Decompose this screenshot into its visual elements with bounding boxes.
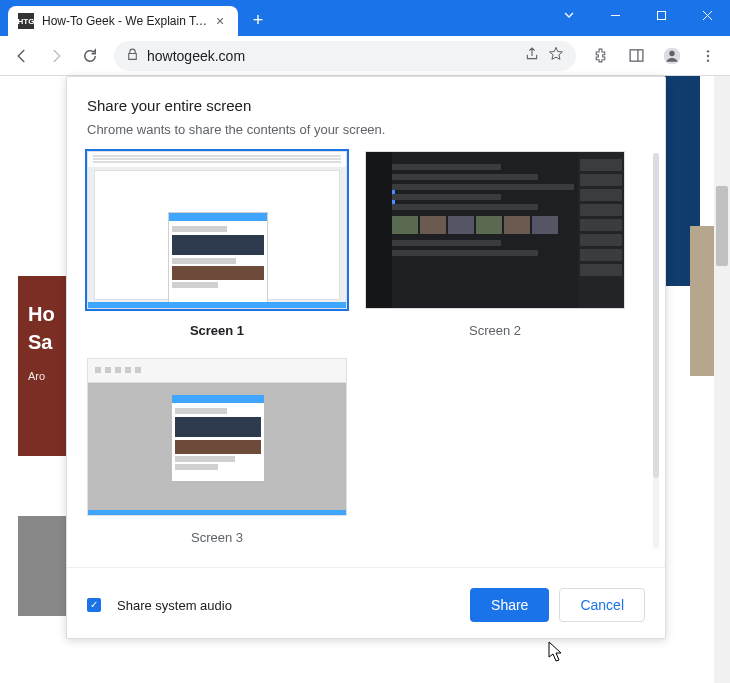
favicon-icon: HTG [18, 13, 34, 29]
browser-scrollbar-thumb[interactable] [716, 186, 728, 266]
back-button[interactable] [6, 40, 38, 72]
menu-icon[interactable] [692, 40, 724, 72]
svg-point-6 [707, 54, 709, 56]
dialog-subtitle: Chrome wants to share the contents of yo… [67, 122, 665, 151]
page-hero-card: Ho Sa Aro [18, 276, 68, 456]
dialog-title: Share your entire screen [67, 97, 665, 122]
screen-list: Screen 1 [87, 151, 645, 551]
hero-subtitle: Aro [28, 370, 58, 382]
page-thumb [18, 516, 68, 616]
profile-icon[interactable] [656, 40, 688, 72]
svg-point-4 [669, 50, 674, 55]
browser-toolbar: howtogeek.com [0, 36, 730, 76]
dialog-scrollbar-thumb[interactable] [653, 153, 659, 478]
screen-label: Screen 2 [365, 309, 625, 344]
reload-button[interactable] [74, 40, 106, 72]
new-tab-button[interactable]: + [244, 6, 272, 34]
maximize-button[interactable] [638, 0, 684, 30]
share-page-icon[interactable] [524, 46, 540, 65]
screen-label: Screen 3 [87, 516, 347, 551]
screen-preview-1 [87, 151, 347, 309]
screen-option-2[interactable]: Screen 2 [365, 151, 625, 344]
forward-button[interactable] [40, 40, 72, 72]
address-bar[interactable]: howtogeek.com [114, 41, 576, 71]
lock-icon [126, 48, 139, 64]
svg-rect-1 [630, 50, 643, 61]
bookmark-icon[interactable] [548, 46, 564, 65]
tab-title: How-To Geek - We Explain Techn [42, 14, 212, 28]
share-button[interactable]: Share [470, 588, 549, 622]
window-titlebar: HTG How-To Geek - We Explain Techn × + [0, 0, 730, 36]
svg-rect-0 [657, 11, 665, 19]
checkmark-icon: ✓ [90, 600, 98, 610]
dropdown-icon[interactable] [546, 0, 592, 30]
browser-tab[interactable]: HTG How-To Geek - We Explain Techn × [8, 6, 238, 36]
close-window-button[interactable] [684, 0, 730, 30]
hero-title-1: Ho [28, 300, 58, 328]
screen-preview-3 [87, 358, 347, 516]
browser-scrollbar[interactable] [714, 76, 730, 683]
cancel-button[interactable]: Cancel [559, 588, 645, 622]
screen-option-1[interactable]: Screen 1 [87, 151, 347, 344]
mouse-cursor-icon [548, 641, 564, 663]
minimize-button[interactable] [592, 0, 638, 30]
share-audio-checkbox[interactable]: ✓ [87, 598, 101, 612]
dialog-scrollbar[interactable] [653, 153, 659, 549]
sidepanel-icon[interactable] [620, 40, 652, 72]
share-audio-label: Share system audio [117, 598, 470, 613]
share-screen-dialog: Share your entire screen Chrome wants to… [66, 76, 666, 639]
close-tab-icon[interactable]: × [212, 13, 228, 29]
url-text: howtogeek.com [147, 48, 516, 64]
screen-preview-2 [365, 151, 625, 309]
screen-option-3[interactable]: Screen 3 [87, 358, 347, 551]
screen-label: Screen 1 [87, 309, 347, 344]
svg-point-7 [707, 59, 709, 61]
hero-title-2: Sa [28, 328, 58, 356]
extensions-icon[interactable] [584, 40, 616, 72]
dialog-footer: ✓ Share system audio Share Cancel [67, 567, 665, 622]
svg-point-5 [707, 50, 709, 52]
